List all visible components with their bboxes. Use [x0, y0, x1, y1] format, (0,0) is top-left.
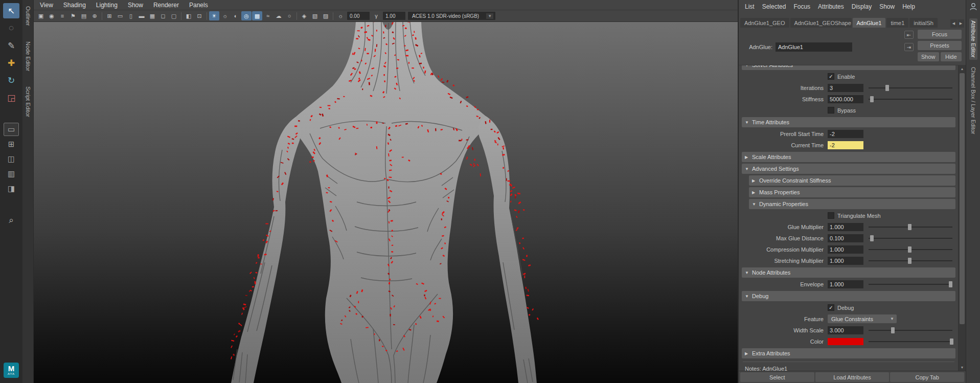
exposure-field[interactable]: 0.00: [347, 12, 370, 20]
isolate-select-icon[interactable]: ◈: [299, 11, 309, 20]
safe-title-icon[interactable]: ▢: [169, 11, 179, 20]
tab-adnglue1[interactable]: AdnGlue1: [853, 18, 886, 28]
current-time-field[interactable]: -2: [828, 141, 863, 149]
resolution-gate-icon[interactable]: ▯: [126, 11, 136, 20]
two-d-pan-zoom-icon[interactable]: ⊕: [89, 11, 100, 20]
section-mass-properties[interactable]: ▶ Mass Properties: [749, 187, 955, 197]
tab-initialsh[interactable]: initialSh: [909, 18, 938, 28]
persp-outliner-layout-icon[interactable]: ◨: [4, 182, 19, 195]
scale-tool-icon[interactable]: ◲: [3, 90, 19, 105]
pin-attribute-editor-icon[interactable]: ⇥: [904, 43, 914, 51]
tab-adnglue1-geoshape[interactable]: AdnGlue1_GEOShape: [790, 18, 852, 28]
menu-display[interactable]: Display: [852, 3, 872, 10]
ambient-occlusion-icon[interactable]: ◎: [241, 11, 252, 20]
tab-scroll-right-icon[interactable]: ▶: [958, 19, 964, 28]
menu-shading[interactable]: Shading: [63, 2, 86, 9]
default-lighting-icon[interactable]: ☀: [209, 11, 219, 20]
triangulate-mesh-checkbox[interactable]: [828, 212, 834, 219]
max-glue-distance-slider[interactable]: [869, 235, 952, 242]
lock-camera-icon[interactable]: ◉: [47, 11, 57, 20]
color-slider[interactable]: [869, 338, 952, 345]
feature-dropdown[interactable]: Glue Constraints ▼: [828, 314, 897, 323]
menu-view[interactable]: View: [40, 2, 53, 9]
sidebar-tab-script-editor[interactable]: Script Editor: [24, 84, 32, 119]
rotate-tool-icon[interactable]: ↻: [3, 73, 19, 88]
sidebar-tab-channel-box[interactable]: Channel Box / Layer Editor: [969, 65, 977, 136]
glue-multiplier-field[interactable]: 1.000: [828, 223, 863, 231]
exposure-icon[interactable]: ☼: [335, 11, 346, 20]
stiffness-slider[interactable]: [869, 96, 952, 103]
scrollbar-thumb[interactable]: [960, 73, 965, 324]
section-scale-attributes[interactable]: ▶ Scale Attributes: [742, 152, 955, 162]
outliner-pane-layout-icon[interactable]: ▥: [4, 167, 19, 181]
select-tool-icon[interactable]: ↖: [3, 3, 19, 18]
preroll-start-time-field[interactable]: -2: [828, 130, 863, 138]
safe-action-icon[interactable]: ◻: [158, 11, 168, 20]
tab-scroll-left-icon[interactable]: ◀: [950, 19, 957, 28]
user-account-icon[interactable]: [969, 2, 978, 11]
width-scale-field[interactable]: 3.000: [828, 326, 863, 334]
menu-panels[interactable]: Panels: [189, 2, 208, 9]
viewport-canvas[interactable]: [34, 22, 738, 383]
menu-selected[interactable]: Selected: [762, 3, 786, 10]
menu-focus[interactable]: Focus: [793, 3, 810, 10]
motion-blur-icon[interactable]: ≈: [263, 11, 273, 20]
iterations-slider[interactable]: [869, 84, 952, 92]
section-time-attributes[interactable]: ▼ Time Attributes: [742, 117, 955, 127]
select-camera-icon[interactable]: ▣: [36, 11, 46, 20]
paint-select-tool-icon[interactable]: ✎: [3, 38, 19, 53]
section-dynamic-properties[interactable]: ▼ Dynamic Properties: [749, 199, 955, 209]
open-in-window-icon[interactable]: ⇤: [904, 31, 914, 39]
depth-of-field-icon[interactable]: ○: [284, 11, 294, 20]
menu-show[interactable]: Show: [128, 2, 143, 9]
all-lights-icon[interactable]: ☼: [220, 11, 230, 20]
bookmarks-icon[interactable]: ⚑: [68, 11, 78, 20]
hide-button[interactable]: Hide: [941, 52, 962, 61]
scroll-down-icon[interactable]: ▼: [959, 364, 966, 371]
frame-all-icon[interactable]: ⊡: [194, 11, 204, 20]
section-override-constraint-stiffness[interactable]: ▶ Override Constraint Stiffness: [749, 175, 955, 186]
lasso-select-tool-icon[interactable]: ◌: [3, 20, 19, 36]
debug-checkbox[interactable]: ✓: [828, 304, 834, 311]
zoom-tool-icon[interactable]: ⌕: [3, 213, 19, 228]
stretching-multiplier-field[interactable]: 1.000: [828, 257, 863, 265]
presets-button[interactable]: Presets: [918, 41, 962, 50]
field-chart-icon[interactable]: ▦: [147, 11, 157, 20]
node-name-field[interactable]: AdnGlue1: [776, 42, 852, 52]
section-extra-attributes[interactable]: ▶ Extra Attributes: [742, 348, 955, 358]
glue-multiplier-slider[interactable]: [869, 223, 952, 231]
move-tool-icon[interactable]: ✚: [3, 55, 19, 71]
select-button[interactable]: Select: [740, 372, 814, 382]
fill-mode-icon[interactable]: ◧: [184, 11, 194, 20]
bypass-checkbox[interactable]: [828, 107, 834, 114]
iterations-field[interactable]: 3: [828, 84, 863, 92]
focus-button[interactable]: Focus: [918, 30, 962, 39]
camera-attributes-icon[interactable]: ≡: [57, 11, 67, 20]
menu-lighting[interactable]: Lighting: [96, 2, 118, 9]
section-solver-attributes[interactable]: ▼ Solver Attributes: [742, 65, 955, 70]
menu-attributes[interactable]: Attributes: [818, 3, 844, 10]
gamma-field[interactable]: 1.00: [383, 12, 405, 20]
envelope-field[interactable]: 1.000: [828, 280, 863, 288]
xray-icon[interactable]: ▧: [310, 11, 320, 20]
wireframe-on-shaded-icon[interactable]: ▨: [321, 11, 331, 20]
stiffness-field[interactable]: 5000.000: [828, 95, 863, 103]
view-transform-dropdown[interactable]: ACES 1.0 SDR-video (sRGB) ▼: [408, 12, 495, 20]
compression-multiplier-slider[interactable]: [869, 246, 952, 253]
single-pane-layout-icon[interactable]: ▭: [4, 123, 19, 136]
menu-help[interactable]: Help: [902, 3, 915, 10]
two-pane-layout-icon[interactable]: ◫: [4, 152, 19, 166]
anti-aliasing-icon[interactable]: ▩: [252, 11, 262, 20]
section-debug[interactable]: ▼ Debug: [742, 291, 955, 301]
load-attributes-button[interactable]: Load Attributes: [815, 372, 890, 382]
scrollbar-track[interactable]: [959, 72, 966, 364]
stretching-multiplier-slider[interactable]: [869, 257, 952, 264]
sidebar-tab-node-editor[interactable]: Node Editor: [24, 39, 32, 73]
sidebar-tab-outliner[interactable]: Outliner: [24, 4, 32, 28]
show-button[interactable]: Show: [918, 52, 939, 61]
shadows-icon[interactable]: ◐: [231, 11, 241, 20]
tab-adnglue1-geo[interactable]: AdnGlue1_GEO: [740, 18, 789, 28]
color-swatch[interactable]: [828, 338, 863, 345]
tab-time1[interactable]: time1: [886, 18, 908, 28]
grid-icon[interactable]: ⊞: [104, 11, 115, 20]
